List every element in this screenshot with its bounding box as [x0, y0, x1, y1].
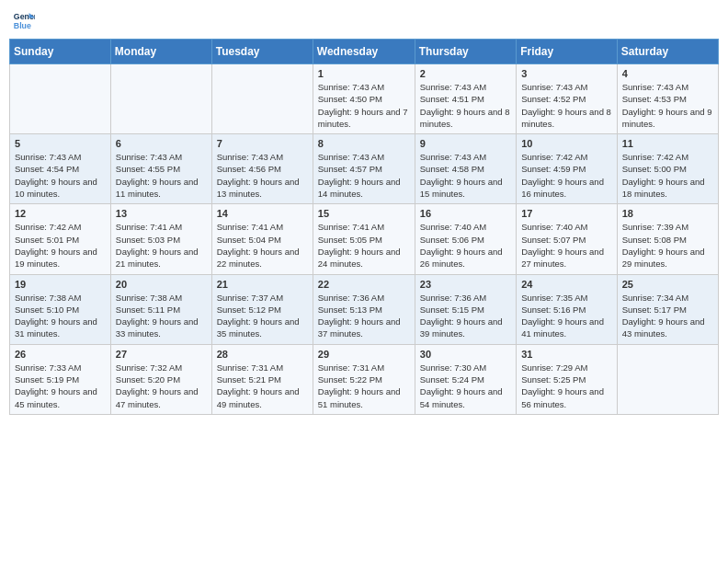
column-header-friday: Friday	[517, 40, 618, 64]
calendar-cell: 29Sunrise: 7:31 AM Sunset: 5:22 PM Dayli…	[313, 344, 415, 414]
calendar-header-row: SundayMondayTuesdayWednesdayThursdayFrid…	[10, 40, 719, 64]
day-info: Sunrise: 7:43 AM Sunset: 4:55 PM Dayligh…	[116, 151, 207, 200]
calendar-week-3: 12Sunrise: 7:42 AM Sunset: 5:01 PM Dayli…	[10, 204, 719, 274]
day-number: 11	[622, 138, 713, 149]
day-number: 21	[217, 279, 308, 290]
day-number: 23	[420, 279, 511, 290]
day-number: 7	[217, 138, 308, 149]
calendar-week-4: 19Sunrise: 7:38 AM Sunset: 5:10 PM Dayli…	[10, 274, 719, 344]
day-number: 18	[622, 208, 713, 219]
calendar-cell: 16Sunrise: 7:40 AM Sunset: 5:06 PM Dayli…	[415, 204, 516, 274]
day-info: Sunrise: 7:40 AM Sunset: 5:06 PM Dayligh…	[420, 221, 511, 270]
day-info: Sunrise: 7:42 AM Sunset: 5:00 PM Dayligh…	[622, 151, 713, 200]
column-header-monday: Monday	[110, 40, 211, 64]
day-number: 26	[15, 349, 106, 360]
calendar-cell: 22Sunrise: 7:36 AM Sunset: 5:13 PM Dayli…	[313, 274, 415, 344]
day-info: Sunrise: 7:37 AM Sunset: 5:12 PM Dayligh…	[217, 292, 308, 340]
day-info: Sunrise: 7:34 AM Sunset: 5:17 PM Dayligh…	[622, 292, 713, 340]
calendar-cell: 4Sunrise: 7:43 AM Sunset: 4:53 PM Daylig…	[617, 64, 718, 134]
page-header: General Blue	[9, 9, 719, 31]
day-number: 28	[217, 349, 308, 360]
calendar-cell: 24Sunrise: 7:35 AM Sunset: 5:16 PM Dayli…	[517, 274, 618, 344]
calendar-cell	[110, 64, 211, 134]
calendar-cell: 18Sunrise: 7:39 AM Sunset: 5:08 PM Dayli…	[617, 204, 718, 274]
calendar-cell: 31Sunrise: 7:29 AM Sunset: 5:25 PM Dayli…	[517, 344, 618, 414]
day-number: 6	[116, 138, 207, 149]
svg-text:Blue: Blue	[14, 21, 31, 30]
day-number: 3	[521, 68, 612, 79]
day-number: 29	[318, 349, 410, 360]
calendar-week-5: 26Sunrise: 7:33 AM Sunset: 5:19 PM Dayli…	[10, 344, 719, 414]
calendar-cell: 20Sunrise: 7:38 AM Sunset: 5:11 PM Dayli…	[110, 274, 211, 344]
day-number: 17	[521, 208, 612, 219]
calendar-cell: 11Sunrise: 7:42 AM Sunset: 5:00 PM Dayli…	[617, 134, 718, 204]
logo: General Blue	[13, 9, 35, 31]
column-header-saturday: Saturday	[617, 40, 718, 64]
day-info: Sunrise: 7:43 AM Sunset: 4:51 PM Dayligh…	[420, 81, 511, 130]
calendar-cell: 28Sunrise: 7:31 AM Sunset: 5:21 PM Dayli…	[211, 344, 313, 414]
calendar-cell: 12Sunrise: 7:42 AM Sunset: 5:01 PM Dayli…	[10, 204, 111, 274]
day-number: 1	[318, 68, 410, 79]
day-info: Sunrise: 7:41 AM Sunset: 5:03 PM Dayligh…	[116, 221, 207, 270]
calendar-cell: 19Sunrise: 7:38 AM Sunset: 5:10 PM Dayli…	[10, 274, 111, 344]
day-info: Sunrise: 7:43 AM Sunset: 4:56 PM Dayligh…	[217, 151, 308, 200]
day-info: Sunrise: 7:40 AM Sunset: 5:07 PM Dayligh…	[521, 221, 612, 270]
calendar-cell: 6Sunrise: 7:43 AM Sunset: 4:55 PM Daylig…	[110, 134, 211, 204]
day-number: 25	[622, 279, 713, 290]
calendar-cell: 26Sunrise: 7:33 AM Sunset: 5:19 PM Dayli…	[10, 344, 111, 414]
day-number: 4	[622, 68, 713, 79]
calendar-cell: 21Sunrise: 7:37 AM Sunset: 5:12 PM Dayli…	[211, 274, 313, 344]
day-info: Sunrise: 7:38 AM Sunset: 5:10 PM Dayligh…	[15, 292, 106, 340]
day-number: 5	[15, 138, 106, 149]
day-number: 22	[318, 279, 410, 290]
day-number: 19	[15, 279, 106, 290]
day-number: 27	[116, 349, 207, 360]
day-info: Sunrise: 7:43 AM Sunset: 4:54 PM Dayligh…	[15, 151, 106, 200]
calendar-cell: 5Sunrise: 7:43 AM Sunset: 4:54 PM Daylig…	[10, 134, 111, 204]
day-number: 10	[521, 138, 612, 149]
day-number: 2	[420, 68, 511, 79]
calendar-cell: 30Sunrise: 7:30 AM Sunset: 5:24 PM Dayli…	[415, 344, 516, 414]
day-number: 31	[521, 349, 612, 360]
day-number: 20	[116, 279, 207, 290]
calendar-cell: 2Sunrise: 7:43 AM Sunset: 4:51 PM Daylig…	[415, 64, 516, 134]
day-info: Sunrise: 7:36 AM Sunset: 5:13 PM Dayligh…	[318, 292, 410, 340]
day-info: Sunrise: 7:31 AM Sunset: 5:22 PM Dayligh…	[318, 362, 410, 410]
day-number: 15	[318, 208, 410, 219]
day-number: 13	[116, 208, 207, 219]
calendar-cell: 23Sunrise: 7:36 AM Sunset: 5:15 PM Dayli…	[415, 274, 516, 344]
calendar-cell: 25Sunrise: 7:34 AM Sunset: 5:17 PM Dayli…	[617, 274, 718, 344]
day-number: 24	[521, 279, 612, 290]
column-header-tuesday: Tuesday	[211, 40, 313, 64]
calendar-week-2: 5Sunrise: 7:43 AM Sunset: 4:54 PM Daylig…	[10, 134, 719, 204]
calendar-cell: 10Sunrise: 7:42 AM Sunset: 4:59 PM Dayli…	[517, 134, 618, 204]
day-info: Sunrise: 7:42 AM Sunset: 5:01 PM Dayligh…	[15, 221, 106, 270]
day-number: 14	[217, 208, 308, 219]
day-info: Sunrise: 7:43 AM Sunset: 4:58 PM Dayligh…	[420, 151, 511, 200]
day-info: Sunrise: 7:42 AM Sunset: 4:59 PM Dayligh…	[521, 151, 612, 200]
logo-icon: General Blue	[13, 9, 35, 31]
day-info: Sunrise: 7:39 AM Sunset: 5:08 PM Dayligh…	[622, 221, 713, 270]
day-info: Sunrise: 7:35 AM Sunset: 5:16 PM Dayligh…	[521, 292, 612, 340]
day-info: Sunrise: 7:41 AM Sunset: 5:04 PM Dayligh…	[217, 221, 308, 270]
day-info: Sunrise: 7:41 AM Sunset: 5:05 PM Dayligh…	[318, 221, 410, 270]
day-info: Sunrise: 7:31 AM Sunset: 5:21 PM Dayligh…	[217, 362, 308, 410]
calendar-cell: 1Sunrise: 7:43 AM Sunset: 4:50 PM Daylig…	[313, 64, 415, 134]
calendar-cell: 7Sunrise: 7:43 AM Sunset: 4:56 PM Daylig…	[211, 134, 313, 204]
calendar-cell: 9Sunrise: 7:43 AM Sunset: 4:58 PM Daylig…	[415, 134, 516, 204]
calendar-cell: 8Sunrise: 7:43 AM Sunset: 4:57 PM Daylig…	[313, 134, 415, 204]
calendar-cell	[10, 64, 111, 134]
day-info: Sunrise: 7:33 AM Sunset: 5:19 PM Dayligh…	[15, 362, 106, 410]
calendar-cell: 17Sunrise: 7:40 AM Sunset: 5:07 PM Dayli…	[517, 204, 618, 274]
column-header-thursday: Thursday	[415, 40, 516, 64]
calendar-cell: 14Sunrise: 7:41 AM Sunset: 5:04 PM Dayli…	[211, 204, 313, 274]
column-header-wednesday: Wednesday	[313, 40, 415, 64]
calendar-week-1: 1Sunrise: 7:43 AM Sunset: 4:50 PM Daylig…	[10, 64, 719, 134]
day-info: Sunrise: 7:43 AM Sunset: 4:52 PM Dayligh…	[521, 81, 612, 130]
column-header-sunday: Sunday	[10, 40, 111, 64]
day-number: 8	[318, 138, 410, 149]
day-info: Sunrise: 7:29 AM Sunset: 5:25 PM Dayligh…	[521, 362, 612, 410]
calendar-cell	[617, 344, 718, 414]
day-info: Sunrise: 7:36 AM Sunset: 5:15 PM Dayligh…	[420, 292, 511, 340]
calendar-cell	[211, 64, 313, 134]
